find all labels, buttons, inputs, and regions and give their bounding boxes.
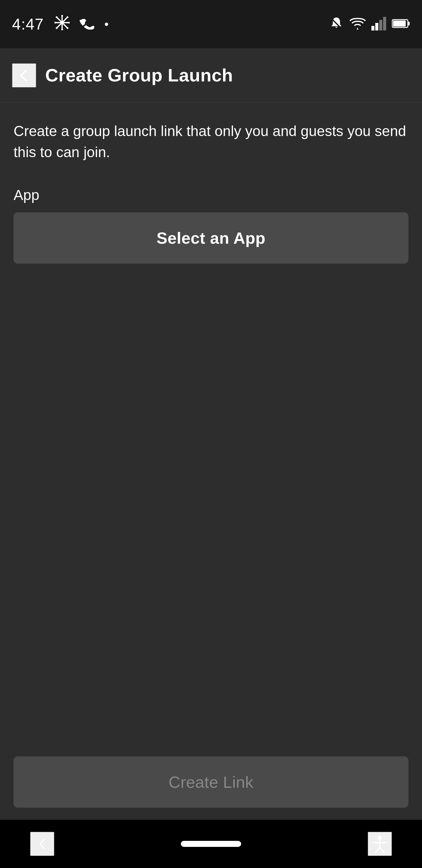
create-link-button[interactable]: Create Link <box>13 756 409 808</box>
svg-point-7 <box>68 22 70 24</box>
snowflake-icon <box>55 15 70 33</box>
svg-point-4 <box>61 15 63 17</box>
svg-point-11 <box>56 27 58 29</box>
header: Create Group Launch <box>0 48 422 102</box>
status-time: 4:47 <box>12 15 44 33</box>
signal-icon <box>371 17 386 32</box>
status-bar: 4:47 • <box>0 0 422 48</box>
svg-rect-20 <box>408 22 410 25</box>
nav-bar <box>0 820 422 868</box>
nav-accessibility-button[interactable] <box>368 832 392 856</box>
svg-point-5 <box>61 29 63 30</box>
back-arrow-icon <box>17 68 32 83</box>
wifi-icon <box>349 17 366 32</box>
dot-indicator: • <box>104 18 108 31</box>
svg-rect-17 <box>383 17 386 30</box>
content-spacer <box>13 264 409 756</box>
nav-home-pill[interactable] <box>181 841 241 847</box>
svg-point-9 <box>67 27 68 29</box>
mute-icon <box>329 16 344 32</box>
status-left: 4:47 • <box>12 15 108 33</box>
main-content: Create a group launch link that only you… <box>0 102 422 756</box>
nav-back-icon <box>35 836 50 851</box>
page-title: Create Group Launch <box>45 65 233 86</box>
description-text: Create a group launch link that only you… <box>13 121 409 162</box>
select-app-label: Select an App <box>157 228 265 247</box>
svg-point-10 <box>67 16 68 18</box>
battery-icon <box>392 18 410 30</box>
bottom-action-area: Create Link <box>0 756 422 820</box>
create-link-label: Create Link <box>168 773 254 792</box>
svg-line-24 <box>376 847 380 852</box>
svg-rect-19 <box>393 21 406 27</box>
status-right <box>329 16 410 32</box>
back-button[interactable] <box>12 63 36 88</box>
phone-cut-icon <box>79 18 95 31</box>
accessibility-icon <box>371 835 389 853</box>
svg-point-21 <box>378 836 382 840</box>
svg-point-8 <box>56 16 58 18</box>
svg-rect-15 <box>375 23 378 30</box>
select-app-button[interactable]: Select an App <box>13 212 409 264</box>
app-section-label: App <box>13 187 409 203</box>
svg-point-6 <box>55 22 56 24</box>
svg-rect-14 <box>371 26 375 30</box>
svg-line-25 <box>380 847 384 852</box>
nav-back-button[interactable] <box>30 832 54 856</box>
svg-rect-16 <box>379 20 382 30</box>
